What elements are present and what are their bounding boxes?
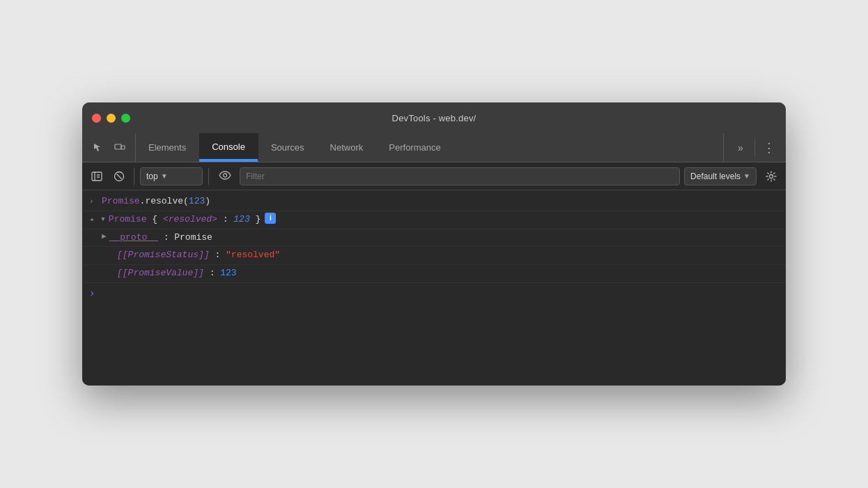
titlebar: DevTools - web.dev/ bbox=[82, 102, 786, 133]
sidebar-toggle-button[interactable] bbox=[88, 167, 106, 185]
proto-expand-arrow[interactable]: ▶ bbox=[102, 231, 107, 243]
more-tabs-button[interactable]: » bbox=[731, 138, 750, 158]
devtools-menu-button[interactable]: ⋮ bbox=[759, 138, 779, 158]
promise-value-line: [[PromiseValue]] : 123 bbox=[82, 265, 786, 283]
console-input-line: › Promise.resolve(123) bbox=[82, 193, 786, 211]
input-arrow: › bbox=[89, 195, 98, 208]
devtools-window: DevTools - web.dev/ Elements Console bbox=[82, 102, 786, 386]
device-toggle-icon[interactable] bbox=[110, 138, 130, 158]
divider bbox=[754, 139, 755, 156]
settings-button[interactable] bbox=[762, 167, 780, 185]
cursor-line[interactable]: › bbox=[82, 283, 786, 304]
levels-arrow: ▼ bbox=[743, 172, 750, 180]
svg-point-8 bbox=[224, 174, 227, 177]
tabbar-right: » ⋮ bbox=[723, 133, 786, 162]
promise-status-text: [[PromiseStatus]] : "resolved" bbox=[117, 248, 280, 263]
input-text: Promise.resolve(123) bbox=[102, 195, 210, 209]
devtools-icons bbox=[82, 133, 136, 162]
live-expressions-button[interactable] bbox=[215, 170, 235, 183]
back-arrow: ◂ bbox=[89, 213, 98, 227]
expand-arrow[interactable]: ▾ bbox=[100, 213, 106, 227]
promise-status-line: [[PromiseStatus]] : "resolved" bbox=[82, 247, 786, 265]
console-output: › Promise.resolve(123) ◂ ▾ Promise { <re… bbox=[82, 190, 786, 386]
tab-performance[interactable]: Performance bbox=[376, 133, 454, 162]
context-value: top bbox=[146, 171, 158, 181]
proto-line: ▶ __proto__ : Promise bbox=[82, 229, 786, 247]
tab-sources[interactable]: Sources bbox=[258, 133, 318, 162]
info-badge[interactable]: i bbox=[265, 213, 276, 224]
cursor-prompt: › bbox=[89, 286, 95, 301]
levels-label: Default levels bbox=[690, 171, 741, 181]
promise-text: Promise { <resolved> : 123 } bbox=[109, 213, 261, 227]
context-selector[interactable]: top ▼ bbox=[140, 167, 203, 185]
log-levels-button[interactable]: Default levels ▼ bbox=[684, 167, 757, 185]
traffic-lights bbox=[92, 114, 130, 123]
proto-text: __proto__ : Promise bbox=[109, 231, 212, 245]
inspect-icon[interactable] bbox=[88, 138, 107, 158]
promise-output-line: ◂ ▾ Promise { <resolved> : 123 } i bbox=[82, 211, 786, 229]
svg-line-7 bbox=[117, 174, 122, 178]
tab-network[interactable]: Network bbox=[318, 133, 377, 162]
close-button[interactable] bbox=[92, 114, 101, 123]
window-title: DevTools - web.dev/ bbox=[392, 113, 476, 123]
svg-rect-0 bbox=[115, 144, 121, 149]
tabs: Elements Console Sources Network Perform… bbox=[136, 133, 723, 162]
promise-value-text: [[PromiseValue]] : 123 bbox=[117, 266, 237, 281]
svg-rect-2 bbox=[92, 172, 102, 181]
tab-elements[interactable]: Elements bbox=[136, 133, 199, 162]
context-arrow: ▼ bbox=[161, 172, 168, 180]
console-toolbar: top ▼ Default levels ▼ bbox=[82, 162, 786, 190]
toolbar-divider-1 bbox=[134, 168, 134, 185]
tab-console[interactable]: Console bbox=[199, 133, 258, 162]
toolbar-divider-2 bbox=[208, 168, 209, 185]
filter-input[interactable] bbox=[240, 167, 680, 185]
svg-rect-1 bbox=[121, 146, 125, 149]
maximize-button[interactable] bbox=[121, 114, 130, 123]
svg-point-9 bbox=[770, 174, 773, 178]
minimize-button[interactable] bbox=[107, 114, 116, 123]
tabbar: Elements Console Sources Network Perform… bbox=[82, 133, 786, 162]
clear-console-button[interactable] bbox=[110, 167, 128, 185]
